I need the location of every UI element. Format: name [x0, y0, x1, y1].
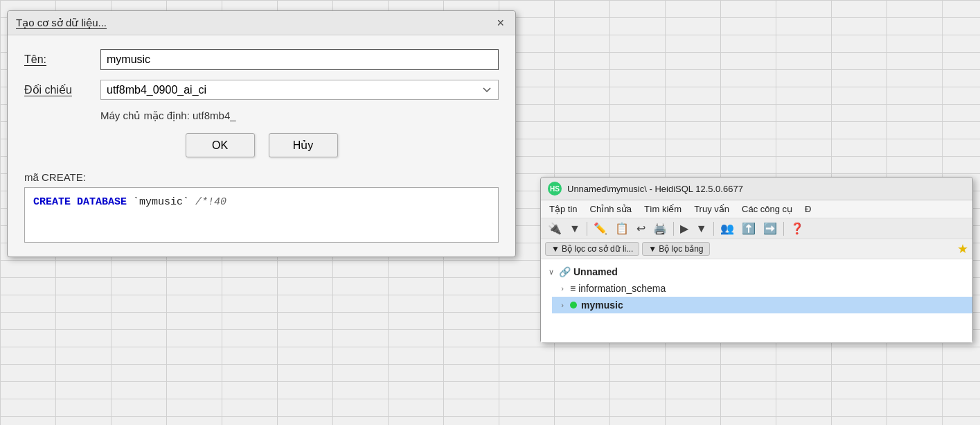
- hs-toolbar: 🔌 ▼ ✏️ 📋 ↩ 🖨️ ▶ ▼ 👥 ⬆️ ➡️ ❓: [541, 218, 972, 239]
- dialog-body: Tên: Đối chiếu utf8mb4_0900_ai_ci Máy ch…: [8, 35, 515, 257]
- tree-item-information-schema[interactable]: › ≡ information_schema: [552, 280, 972, 297]
- toolbar-sep-3: [713, 222, 714, 236]
- dialog-close-button[interactable]: ×: [494, 17, 507, 29]
- toolbar-users-btn[interactable]: 👥: [718, 220, 737, 236]
- menu-chinhtua[interactable]: Chỉnh sửa: [585, 202, 637, 216]
- filter-db-label: Bộ lọc cơ sở dữ li...: [562, 244, 633, 254]
- toolbar-sep-1: [587, 222, 587, 236]
- filter-table-btn[interactable]: ▼ Bộ lọc bảng: [642, 242, 709, 256]
- toolbar-sep-2: [673, 222, 674, 236]
- code-keyword-create: CREATE: [33, 196, 71, 208]
- icon-information-schema: ≡: [570, 283, 576, 294]
- toolbar-copy-btn[interactable]: 📋: [612, 220, 632, 236]
- menu-congcu[interactable]: Các công cụ: [736, 202, 798, 216]
- toolbar-dropdown-btn[interactable]: ▼: [567, 221, 583, 236]
- toolbar-connect-btn[interactable]: 🔌: [545, 220, 564, 236]
- toolbar-run-dropdown-btn[interactable]: ▼: [693, 221, 710, 236]
- chevron-unnamed: ∨: [546, 268, 556, 277]
- menu-taptin[interactable]: Tập tin: [544, 202, 583, 216]
- code-keyword-database: DATABASE: [77, 196, 127, 208]
- tree-item-unnamed[interactable]: ∨ 🔗 Unnamed: [541, 263, 972, 280]
- ok-button[interactable]: OK: [186, 133, 255, 157]
- code-comment: /*!40: [195, 196, 226, 208]
- menu-more[interactable]: Đ: [799, 202, 817, 216]
- collation-label: Đối chiếu: [24, 83, 100, 96]
- tree-item-mymusic[interactable]: › mymusic: [552, 297, 972, 313]
- dialog-buttons: OK Hủy: [24, 133, 499, 157]
- collation-hint: Máy chủ mặc định: utf8mb4_: [100, 110, 499, 122]
- collation-row: Đối chiếu utf8mb4_0900_ai_ci: [24, 80, 499, 100]
- hs-title: Unnamed\mymusic\ - HeidiSQL 12.5.0.6677: [567, 184, 743, 194]
- dialog-title: Tạo cơ sở dữ liệu...: [16, 17, 107, 29]
- label-information-schema: information_schema: [578, 283, 666, 294]
- create-database-dialog: Tạo cơ sở dữ liệu... × Tên: Đối chiếu ut…: [7, 10, 516, 257]
- toolbar-print-btn[interactable]: 🖨️: [650, 220, 670, 236]
- chevron-mymusic: ›: [558, 301, 567, 309]
- code-box: CREATE DATABASE `mymusic` /*!40: [24, 187, 499, 243]
- hs-tree: ∨ 🔗 Unnamed › ≡ information_schema › mym…: [541, 259, 972, 342]
- menu-timkiem[interactable]: Tìm kiếm: [639, 202, 687, 216]
- toolbar-sep-4: [783, 222, 784, 236]
- name-input[interactable]: [100, 49, 499, 70]
- label-unnamed: Unnamed: [573, 266, 618, 277]
- code-section-label: mã CREATE:: [24, 171, 499, 183]
- toolbar-edit-btn[interactable]: ✏️: [591, 220, 610, 236]
- hs-titlebar: HS Unnamed\mymusic\ - HeidiSQL 12.5.0.66…: [541, 177, 972, 200]
- name-row: Tên:: [24, 49, 499, 70]
- hs-filter-bar: ▼ Bộ lọc cơ sở dữ li... ▼ Bộ lọc bảng ★: [541, 239, 972, 259]
- filter-table-label: Bộ lọc bảng: [659, 244, 703, 254]
- collation-select[interactable]: utf8mb4_0900_ai_ci: [100, 80, 499, 100]
- hs-logo-text: HS: [550, 185, 560, 193]
- icon-unnamed: 🔗: [559, 266, 571, 277]
- toolbar-run-btn[interactable]: ▶: [677, 220, 691, 236]
- toolbar-import-btn[interactable]: ➡️: [760, 220, 780, 236]
- star-button[interactable]: ★: [957, 241, 968, 257]
- name-label: Tên:: [24, 53, 100, 66]
- dialog-titlebar: Tạo cơ sở dữ liệu... ×: [8, 11, 515, 35]
- chevron-information-schema: ›: [558, 284, 567, 293]
- hs-logo: HS: [548, 182, 562, 196]
- menu-truyvn[interactable]: Truy vấn: [688, 202, 735, 216]
- label-mymusic: mymusic: [581, 300, 623, 311]
- toolbar-export-btn[interactable]: ⬆️: [739, 220, 758, 236]
- code-db-name: `mymusic`: [133, 196, 189, 208]
- filter-table-icon: ▼: [648, 244, 657, 254]
- filter-icon: ▼: [551, 244, 560, 254]
- filter-db-btn[interactable]: ▼ Bộ lọc cơ sở dữ li...: [545, 242, 639, 256]
- heidisql-window: HS Unnamed\mymusic\ - HeidiSQL 12.5.0.66…: [540, 177, 973, 343]
- hs-menubar: Tập tin Chỉnh sửa Tìm kiếm Truy vấn Các …: [541, 200, 972, 218]
- toolbar-help-btn[interactable]: ❓: [787, 220, 807, 236]
- icon-mymusic-dot: [570, 300, 578, 311]
- toolbar-undo-btn[interactable]: ↩: [634, 220, 648, 236]
- cancel-button[interactable]: Hủy: [269, 133, 338, 157]
